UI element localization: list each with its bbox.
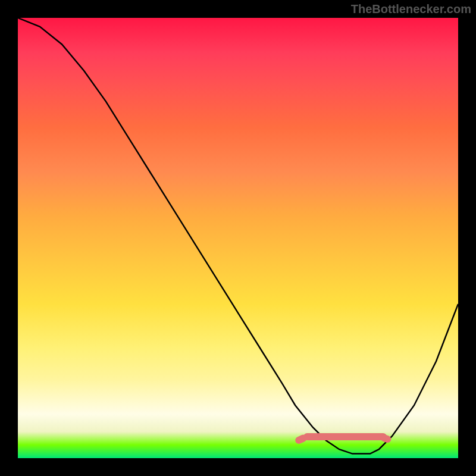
chart-plot-area [18,18,458,458]
watermark-text: TheBottlenecker.com [351,2,471,16]
optimal-band-marker [303,433,387,440]
bottleneck-curve [18,18,458,458]
